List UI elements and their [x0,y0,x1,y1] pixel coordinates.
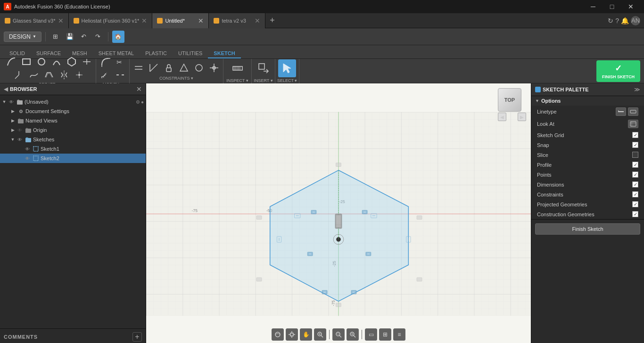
palette-finish-sketch-button[interactable]: Finish Sketch [535,223,640,235]
tree-expand-doc[interactable]: ▶ [9,108,16,114]
maximize-button[interactable]: □ [603,0,621,13]
polygon-tool[interactable] [65,56,79,68]
line-tool[interactable] [4,56,18,68]
finish-sketch-button[interactable]: ✓ FINISH SKETCH [596,60,640,82]
points-control[interactable] [632,172,638,178]
design-dropdown[interactable]: DESIGN ▼ [4,32,41,42]
palette-expand-icon[interactable]: ≫ [634,86,640,93]
view-cube[interactable]: TOP ◀ ▶ [498,88,526,116]
break-tool[interactable] [113,69,127,81]
zoom-in-button[interactable] [347,328,359,341]
tree-more-root[interactable]: ● [141,99,144,105]
tab-tetra[interactable]: tetra v2 v3 ✕ [209,13,265,28]
browser-collapse-left[interactable]: ◀ [4,86,8,92]
move-button[interactable]: ✋ [300,328,312,341]
tree-eye-root[interactable]: 👁 [8,98,15,106]
linetype-solid-button[interactable] [616,107,626,116]
tree-item-sketch2[interactable]: 👁 Sketch2 [0,154,146,163]
tree-eye-origin[interactable]: 👁 [16,126,24,134]
circle-tool[interactable] [34,56,49,68]
tree-item-sketch1[interactable]: 👁 Sketch1 [0,144,146,154]
tab-sketch[interactable]: SKETCH [208,49,240,58]
orbit-button[interactable] [272,328,284,341]
view-rotate-right[interactable]: ▶ [518,113,526,121]
undo-button[interactable]: ↶ [78,31,90,43]
tab-close-heliostat[interactable]: ✕ [141,17,147,24]
tree-expand-origin[interactable]: ▶ [9,127,16,133]
add-comment-button[interactable]: + [132,332,142,342]
slice-control[interactable] [632,152,638,158]
crosshair-constraint[interactable] [207,62,221,74]
point-tool[interactable] [72,69,86,81]
tab-plastic[interactable]: PLASTIC [140,49,173,58]
extend-tool[interactable] [98,69,112,81]
construction-geo-control[interactable] [632,211,638,217]
triangle-constraint[interactable] [177,62,191,74]
tree-eye-sketch2[interactable]: 👁 [24,155,31,162]
refresh-icon[interactable]: ↻ [608,17,613,24]
tree-gear-root[interactable]: ⚙ [136,99,140,105]
zoom-fit-button[interactable] [314,328,326,341]
grid-toggle-button[interactable]: ⊞ [379,328,391,341]
options-section-header[interactable]: ▼ Options [531,96,644,106]
tree-expand-root[interactable]: ▼ [1,98,8,105]
dimensions-control[interactable] [632,181,638,188]
close-button[interactable]: ✕ [621,0,640,13]
snap-control[interactable] [632,142,638,148]
canvas-area[interactable]: -25 -50 -75 -25 -75 [146,83,531,343]
circle-constraint[interactable] [192,62,206,74]
help-icon[interactable]: ? [615,17,619,24]
account-icon[interactable]: AN [631,16,640,25]
pan-button[interactable] [286,328,298,341]
linetype-construction-button[interactable] [628,107,638,116]
tree-expand-named-views[interactable]: ▶ [9,117,16,124]
arc-tool[interactable] [50,56,64,68]
perpendicular-constraint[interactable] [147,62,161,74]
profile-control[interactable] [632,162,638,168]
tree-eye-sketch1[interactable]: 👁 [24,145,31,153]
new-tab-button[interactable]: + [265,13,279,28]
parallel-constraint[interactable] [132,62,146,74]
mirror-tool[interactable] [57,69,71,81]
tree-eye-sketches[interactable]: 👁 [16,136,24,143]
measure-tool[interactable] [229,59,247,77]
tree-item-root[interactable]: ▼ 👁 (Unsaved) ⚙ ● [0,97,146,106]
redo-button[interactable]: ↷ [92,31,104,43]
ellipse-tool[interactable] [80,56,94,68]
tab-heliostat[interactable]: Heliostat (Fusion 360 v1* ✕ [69,13,153,28]
notification-icon[interactable]: 🔔 [621,17,629,24]
spline-tool[interactable] [27,69,41,81]
insert-tool[interactable] [255,59,272,77]
view-cube-box[interactable]: TOP [498,88,521,112]
tab-close-glasses[interactable]: ✕ [58,17,64,24]
tab-close-untitled[interactable]: ✕ [198,17,204,24]
projected-geo-control[interactable] [632,201,638,207]
rectangle-tool[interactable] [19,56,33,68]
grid-button[interactable]: ⊞ [50,31,62,43]
select-tool[interactable] [278,59,296,77]
more-controls-button[interactable]: ≡ [393,328,405,341]
sketch-grid-control[interactable] [632,132,638,138]
browser-close-icon[interactable]: ✕ [136,85,142,93]
view-rotate-left[interactable]: ◀ [498,113,506,121]
minimize-button[interactable]: ─ [584,0,603,13]
display-mode-button[interactable]: ▭ [365,328,377,341]
offset-tool[interactable] [42,69,56,81]
zoom-out-button[interactable] [332,328,345,341]
tree-expand-sketches[interactable]: ▼ [9,136,16,143]
home-button[interactable]: 🏠 [112,31,124,43]
scissors-tool[interactable]: ✂ [113,56,127,68]
tree-item-sketches[interactable]: ▼ 👁 Sketches [0,135,146,144]
trim-tool[interactable] [12,69,26,81]
tree-item-doc-settings[interactable]: ▶ ⚙ Document Settings [0,106,146,116]
tab-close-tetra[interactable]: ✕ [255,17,260,24]
tab-utilities[interactable]: UTILITIES [173,49,208,58]
tab-glasses-stand[interactable]: Glasses Stand v3* ✕ [0,13,69,28]
fillet-tool[interactable] [98,56,112,68]
save-button[interactable]: 💾 [64,31,76,43]
constraints-palette-control[interactable] [632,191,638,197]
lock-constraint[interactable] [162,62,176,74]
tree-item-named-views[interactable]: ▶ Named Views [0,116,146,125]
lookat-button[interactable] [628,120,638,128]
tree-item-origin[interactable]: ▶ 👁 Origin [0,125,146,135]
